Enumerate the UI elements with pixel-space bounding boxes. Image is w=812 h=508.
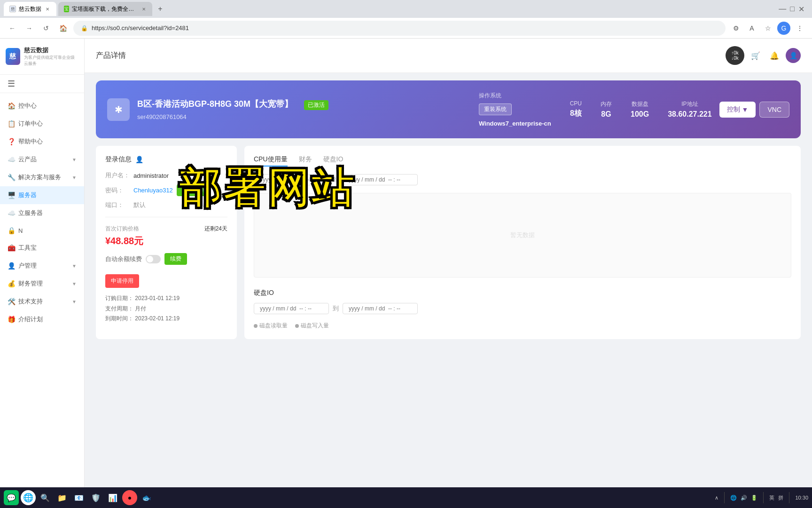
sidebar-item-label: 财务管理	[18, 279, 43, 288]
star-icon[interactable]: ☆	[761, 22, 774, 35]
window-minimize[interactable]: —	[779, 5, 786, 13]
account-icon[interactable]: G	[777, 22, 790, 35]
tech-support-icon: 🛠️	[8, 298, 16, 305]
sidebar-item-order-center[interactable]: 📋 订单中心	[0, 115, 84, 133]
control-btn-label: 控制	[727, 105, 740, 114]
finance-arrow: ▼	[72, 281, 77, 286]
disk-date-start[interactable]	[254, 303, 329, 314]
menu-toggle-icon[interactable]: ☰	[8, 79, 15, 88]
chrome-icon: 🌐	[23, 492, 33, 503]
my-products-icon: ☁️	[8, 156, 16, 163]
sidebar-item-servers[interactable]: 🖥️ 服务器	[0, 186, 84, 204]
ram-label: 内存	[601, 100, 612, 108]
taskbar: 💬 🌐 🔍 📁 📧 🛡️ 📊 ● 🐟 ∧ 🌐 🔊 🔋 英 拼 10:30	[0, 487, 812, 508]
more-icon[interactable]: ⋮	[793, 22, 806, 35]
overlay-container: 部署网站 登录信息 👤 用户名： administrator 密码： Chenl	[85, 146, 812, 339]
url-bar[interactable]: 🔒 https://so0.cn/servicedetail?id=2481	[73, 21, 726, 36]
first-order-label: 首次订购价格	[105, 225, 139, 233]
taskbar-icon-email[interactable]: 📧	[71, 490, 86, 505]
cpu-date-range: 到	[254, 174, 791, 185]
referral-icon: 🎁	[8, 316, 16, 323]
cpu-date-end[interactable]	[343, 174, 418, 185]
tab-cpu[interactable]: CPU使用量	[254, 155, 288, 167]
user-avatar[interactable]: 👤	[786, 48, 801, 63]
renew-button[interactable]: 续费	[164, 253, 187, 265]
taskbar-ime[interactable]: 拼	[778, 494, 783, 501]
sidebar-item-label: 服务器	[18, 191, 37, 199]
sidebar-item-tech-support[interactable]: 🛠️ 技术支持 ▼	[0, 293, 84, 310]
tab-finance[interactable]: 财务	[299, 155, 312, 167]
sidebar-item-cloud-servers[interactable]: ☁️ 立服务器	[0, 204, 84, 222]
tab-1-label: 慈云数据	[19, 5, 41, 13]
tab-2[interactable]: 宝 宝塔面板下载，免费全能的服务... ✕	[58, 2, 152, 16]
sidebar-item-label: N	[18, 227, 23, 234]
sidebar-item-finance-mgmt[interactable]: 💰 财务管理 ▼	[0, 275, 84, 293]
new-tab-button[interactable]: +	[154, 3, 166, 15]
username-row: 用户名： administrator	[105, 171, 227, 180]
bell-icon[interactable]: 🔔	[767, 48, 782, 63]
taskbar-icon-wechat[interactable]: 💬	[4, 490, 19, 505]
home-button[interactable]: 🏠	[56, 22, 70, 35]
forward-button[interactable]: →	[23, 22, 36, 35]
my-products-arrow: ▼	[72, 157, 77, 162]
taskbar-icon-monitor[interactable]: 📊	[105, 490, 120, 505]
taskbar-icon-search[interactable]: 🔍	[38, 490, 53, 505]
disk-date-end[interactable]	[343, 303, 418, 314]
sidebar-item-my-products[interactable]: ☁️ 云产品 ▼	[0, 151, 84, 168]
pay-cycle-label: 支付周期：	[105, 305, 133, 312]
details-section: 登录信息 👤 用户名： administrator 密码： Chenluyao3…	[96, 146, 801, 339]
sidebar-item-solutions[interactable]: 🔧 解决方案与服务 ▼	[0, 168, 84, 186]
product-type-icon: ✱	[107, 98, 130, 121]
disk-date-range: 到	[254, 303, 791, 314]
logo-title: 慈云数据	[24, 46, 78, 55]
tab-1-close[interactable]: ✕	[44, 6, 51, 12]
product-actions: 控制 ▼ VNC	[719, 102, 789, 118]
cpu-date-start[interactable]	[254, 174, 329, 185]
page-title: 产品详情	[96, 51, 126, 61]
vnc-button[interactable]: VNC	[759, 102, 789, 118]
port-row: 端口： 默认	[105, 201, 227, 209]
vpn-icon: 🔒	[8, 227, 16, 234]
product-card: ✱ B区-香港活动BGP-8H8G 30M【大宽带】 已激活 ser490208…	[96, 80, 801, 138]
solutions-arrow: ▼	[72, 175, 77, 180]
price-amount: ¥48.88元	[105, 235, 227, 247]
username-value: administrator	[133, 172, 169, 179]
sidebar-item-vpn[interactable]: 🔒 N	[0, 222, 84, 239]
sidebar-item-account-mgmt[interactable]: 👤 户管理 ▼	[0, 257, 84, 275]
reinstall-button[interactable]: 重装系统	[479, 103, 512, 115]
stop-button[interactable]: 申请停用	[105, 274, 139, 288]
sidebar-item-control-center[interactable]: 🏠 控中心	[0, 97, 84, 115]
refresh-button[interactable]: ↺	[39, 22, 53, 35]
auto-renew-row: 自动余额续费 续费	[105, 253, 227, 265]
login-info-text: 登录信息	[105, 155, 132, 164]
auto-renew-toggle[interactable]	[146, 255, 161, 263]
tab-2-close[interactable]: ✕	[141, 6, 147, 12]
ram-value: 8G	[601, 110, 612, 119]
os-section: 操作系统 重装系统 Windows7_enterprise-cn	[479, 92, 551, 127]
search-icon: 🔍	[40, 493, 50, 502]
taskbar-icon-chrome[interactable]: 🌐	[21, 490, 36, 505]
back-button[interactable]: ←	[6, 22, 19, 35]
tab-1[interactable]: 慈 慈云数据 ✕	[4, 2, 56, 16]
sidebar-item-toolbox[interactable]: 🧰 工具宝	[0, 239, 84, 257]
control-button[interactable]: 控制 ▼	[719, 102, 756, 118]
taskbar-expand[interactable]: ∧	[715, 495, 718, 501]
taskbar-icon-files[interactable]: 📁	[55, 490, 70, 505]
taskbar-icon-red[interactable]: ●	[122, 490, 137, 505]
cart-icon[interactable]: 🛒	[748, 48, 763, 63]
taskbar-lang[interactable]: 英	[769, 494, 774, 501]
extensions-icon[interactable]: ⚙	[729, 22, 742, 35]
reset-password-button[interactable]: 重置密码	[177, 184, 211, 196]
network-text: ↑0k↓0k	[731, 50, 739, 61]
taskbar-icon-shield[interactable]: 🛡️	[88, 490, 103, 505]
logo-icon: 慈	[6, 48, 20, 65]
translate-icon[interactable]: A	[745, 22, 758, 35]
content-area: 产品详情 ↑0k↓0k 🛒 🔔 👤 ✱ B区-香	[85, 39, 812, 508]
window-close[interactable]: ✕	[798, 5, 804, 14]
taskbar-icon-fish[interactable]: 🐟	[139, 490, 154, 505]
sidebar-item-help-center[interactable]: ❓ 帮助中心	[0, 133, 84, 151]
cpu-value: 8核	[570, 109, 582, 119]
window-maximize[interactable]: □	[790, 5, 795, 13]
tab-disk-io[interactable]: 硬盘IO	[323, 155, 344, 167]
sidebar-item-referral[interactable]: 🎁 介绍计划	[0, 310, 84, 328]
